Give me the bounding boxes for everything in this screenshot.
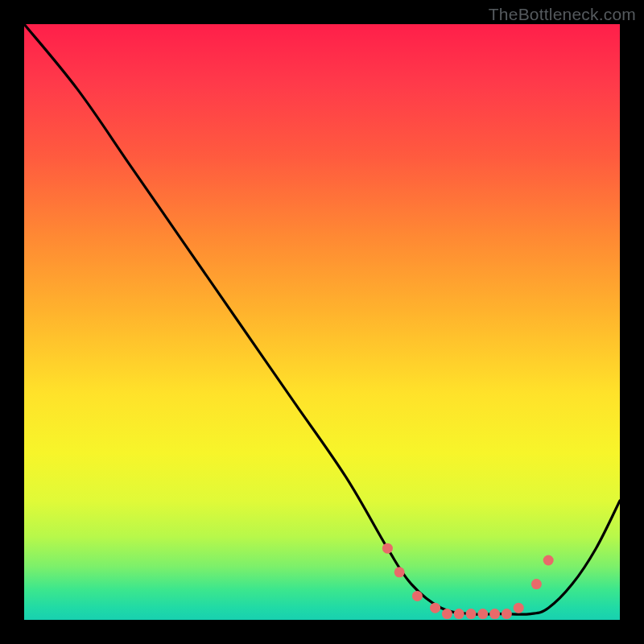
marker-dot	[394, 567, 405, 577]
marker-dot	[477, 609, 488, 619]
marker-dot	[502, 609, 512, 619]
curve-line	[24, 24, 620, 614]
watermark-label: TheBottleneck.com	[489, 5, 636, 24]
chart-frame: TheBottleneck.com	[0, 0, 644, 644]
marker-dot	[430, 603, 440, 613]
marker-dot	[466, 609, 477, 619]
marker-dot	[543, 555, 554, 566]
marker-dot	[514, 603, 524, 613]
marker-dot	[454, 609, 464, 619]
plot-area	[24, 24, 620, 620]
marker-dot	[489, 609, 500, 619]
marker-dot	[382, 543, 393, 554]
curve-svg	[24, 24, 620, 620]
marker-dot	[442, 609, 452, 619]
marker-dot	[531, 579, 542, 589]
marker-dot	[412, 591, 423, 601]
